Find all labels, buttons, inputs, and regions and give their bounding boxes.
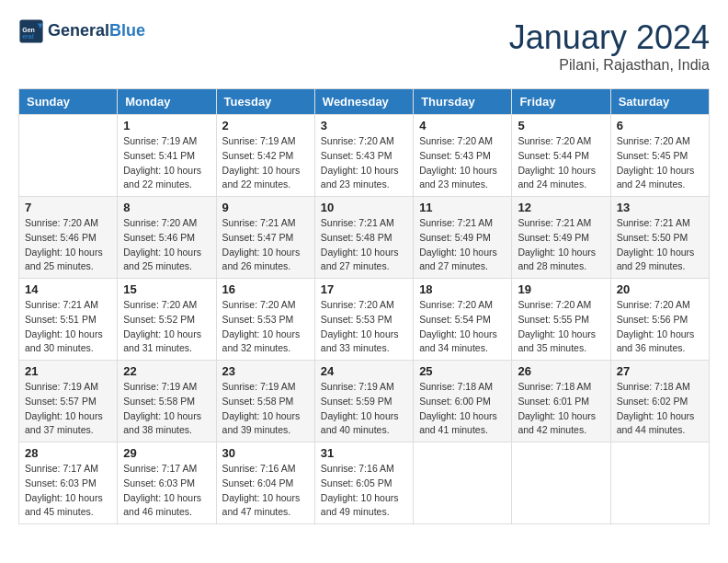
day-info: Sunrise: 7:18 AM Sunset: 6:00 PM Dayligh…: [419, 380, 506, 438]
day-info: Sunrise: 7:19 AM Sunset: 5:41 PM Dayligh…: [123, 134, 210, 192]
day-number: 29: [123, 446, 210, 460]
calendar-cell: 14Sunrise: 7:21 AM Sunset: 5:51 PM Dayli…: [19, 279, 118, 361]
svg-text:eral: eral: [22, 33, 34, 40]
week-row-4: 21Sunrise: 7:19 AM Sunset: 5:57 PM Dayli…: [19, 361, 710, 442]
calendar-cell: 7Sunrise: 7:20 AM Sunset: 5:46 PM Daylig…: [19, 197, 118, 279]
day-info: Sunrise: 7:20 AM Sunset: 5:44 PM Dayligh…: [518, 134, 604, 192]
day-number: 19: [518, 282, 604, 296]
day-info: Sunrise: 7:19 AM Sunset: 5:58 PM Dayligh…: [123, 380, 210, 438]
calendar-cell: 5Sunrise: 7:20 AM Sunset: 5:44 PM Daylig…: [512, 115, 610, 197]
calendar-cell: 12Sunrise: 7:21 AM Sunset: 5:49 PM Dayli…: [512, 197, 610, 279]
calendar-cell: 18Sunrise: 7:20 AM Sunset: 5:54 PM Dayli…: [414, 279, 512, 361]
day-info: Sunrise: 7:19 AM Sunset: 5:59 PM Dayligh…: [321, 380, 407, 438]
day-info: Sunrise: 7:21 AM Sunset: 5:50 PM Dayligh…: [617, 216, 703, 274]
logo-general: General: [48, 21, 109, 40]
calendar-cell: 31Sunrise: 7:16 AM Sunset: 6:05 PM Dayli…: [314, 442, 413, 524]
calendar-cell: 4Sunrise: 7:20 AM Sunset: 5:43 PM Daylig…: [414, 115, 512, 197]
day-info: Sunrise: 7:19 AM Sunset: 5:58 PM Dayligh…: [222, 380, 309, 438]
day-info: Sunrise: 7:20 AM Sunset: 5:43 PM Dayligh…: [321, 134, 407, 192]
calendar-cell: 6Sunrise: 7:20 AM Sunset: 5:45 PM Daylig…: [610, 115, 709, 197]
week-row-1: 1Sunrise: 7:19 AM Sunset: 5:41 PM Daylig…: [19, 115, 710, 197]
page-header: Gen eral GeneralBlue January 2024 Pilani…: [18, 18, 710, 74]
calendar-cell: 19Sunrise: 7:20 AM Sunset: 5:55 PM Dayli…: [512, 279, 610, 361]
header-day-monday: Monday: [118, 89, 216, 115]
title-block: January 2024 Pilani, Rajasthan, India: [509, 18, 710, 74]
month-title: January 2024: [509, 18, 710, 57]
day-number: 18: [419, 282, 506, 296]
week-row-3: 14Sunrise: 7:21 AM Sunset: 5:51 PM Dayli…: [19, 279, 710, 361]
day-info: Sunrise: 7:20 AM Sunset: 5:55 PM Dayligh…: [518, 298, 604, 356]
day-number: 22: [123, 364, 210, 378]
calendar-cell: 13Sunrise: 7:21 AM Sunset: 5:50 PM Dayli…: [610, 197, 709, 279]
week-row-5: 28Sunrise: 7:17 AM Sunset: 6:03 PM Dayli…: [19, 442, 710, 524]
calendar-cell: 27Sunrise: 7:18 AM Sunset: 6:02 PM Dayli…: [610, 361, 709, 442]
day-info: Sunrise: 7:18 AM Sunset: 6:02 PM Dayligh…: [617, 380, 703, 438]
day-number: 8: [123, 201, 210, 214]
calendar-cell: 26Sunrise: 7:18 AM Sunset: 6:01 PM Dayli…: [512, 361, 610, 442]
calendar-cell: 9Sunrise: 7:21 AM Sunset: 5:47 PM Daylig…: [216, 197, 314, 279]
day-number: 11: [419, 201, 506, 214]
day-number: 7: [25, 201, 111, 214]
day-info: Sunrise: 7:21 AM Sunset: 5:51 PM Dayligh…: [25, 298, 111, 356]
calendar-cell: 2Sunrise: 7:19 AM Sunset: 5:42 PM Daylig…: [216, 115, 314, 197]
day-number: 28: [25, 446, 111, 460]
calendar-cell: 3Sunrise: 7:20 AM Sunset: 5:43 PM Daylig…: [314, 115, 413, 197]
day-info: Sunrise: 7:20 AM Sunset: 5:56 PM Dayligh…: [617, 298, 703, 356]
day-info: Sunrise: 7:20 AM Sunset: 5:46 PM Dayligh…: [25, 216, 111, 274]
day-info: Sunrise: 7:21 AM Sunset: 5:48 PM Dayligh…: [321, 216, 407, 274]
day-number: 21: [25, 364, 111, 378]
day-number: 13: [617, 201, 703, 214]
calendar-cell: 16Sunrise: 7:20 AM Sunset: 5:53 PM Dayli…: [216, 279, 314, 361]
header-day-friday: Friday: [512, 89, 610, 115]
calendar-cell: 25Sunrise: 7:18 AM Sunset: 6:00 PM Dayli…: [414, 361, 512, 442]
day-info: Sunrise: 7:19 AM Sunset: 5:57 PM Dayligh…: [25, 380, 111, 438]
calendar-table: SundayMondayTuesdayWednesdayThursdayFrid…: [18, 88, 710, 524]
calendar-cell: 8Sunrise: 7:20 AM Sunset: 5:46 PM Daylig…: [118, 197, 216, 279]
day-number: 30: [222, 446, 309, 460]
calendar-cell: 23Sunrise: 7:19 AM Sunset: 5:58 PM Dayli…: [216, 361, 314, 442]
day-info: Sunrise: 7:18 AM Sunset: 6:01 PM Dayligh…: [518, 380, 604, 438]
calendar-cell: 17Sunrise: 7:20 AM Sunset: 5:53 PM Dayli…: [314, 279, 413, 361]
calendar-cell: 28Sunrise: 7:17 AM Sunset: 6:03 PM Dayli…: [19, 442, 118, 524]
day-number: 9: [222, 201, 309, 214]
day-number: 31: [321, 446, 407, 460]
calendar-cell: 20Sunrise: 7:20 AM Sunset: 5:56 PM Dayli…: [610, 279, 709, 361]
day-info: Sunrise: 7:16 AM Sunset: 6:05 PM Dayligh…: [321, 462, 407, 520]
calendar-cell: 1Sunrise: 7:19 AM Sunset: 5:41 PM Daylig…: [118, 115, 216, 197]
day-info: Sunrise: 7:21 AM Sunset: 5:49 PM Dayligh…: [419, 216, 506, 274]
day-number: 27: [617, 364, 703, 378]
calendar-cell: [610, 442, 709, 524]
day-info: Sunrise: 7:20 AM Sunset: 5:53 PM Dayligh…: [321, 298, 407, 356]
week-row-2: 7Sunrise: 7:20 AM Sunset: 5:46 PM Daylig…: [19, 197, 710, 279]
logo: Gen eral GeneralBlue: [18, 18, 145, 44]
header-day-tuesday: Tuesday: [216, 89, 314, 115]
calendar-cell: 30Sunrise: 7:16 AM Sunset: 6:04 PM Dayli…: [216, 442, 314, 524]
calendar-cell: [414, 442, 512, 524]
calendar-cell: 24Sunrise: 7:19 AM Sunset: 5:59 PM Dayli…: [314, 361, 413, 442]
logo-icon: Gen eral: [18, 18, 44, 44]
day-number: 6: [617, 119, 703, 132]
calendar-cell: [512, 442, 610, 524]
header-day-sunday: Sunday: [19, 89, 118, 115]
day-info: Sunrise: 7:21 AM Sunset: 5:49 PM Dayligh…: [518, 216, 604, 274]
day-info: Sunrise: 7:21 AM Sunset: 5:47 PM Dayligh…: [222, 216, 309, 274]
header-day-wednesday: Wednesday: [314, 89, 413, 115]
calendar-cell: 11Sunrise: 7:21 AM Sunset: 5:49 PM Dayli…: [414, 197, 512, 279]
day-info: Sunrise: 7:20 AM Sunset: 5:45 PM Dayligh…: [617, 134, 703, 192]
calendar-cell: 22Sunrise: 7:19 AM Sunset: 5:58 PM Dayli…: [118, 361, 216, 442]
logo-blue: Blue: [109, 21, 145, 40]
day-info: Sunrise: 7:19 AM Sunset: 5:42 PM Dayligh…: [222, 134, 309, 192]
calendar-cell: 15Sunrise: 7:20 AM Sunset: 5:52 PM Dayli…: [118, 279, 216, 361]
day-number: 3: [321, 119, 407, 132]
day-number: 10: [321, 201, 407, 214]
day-number: 14: [25, 282, 111, 296]
day-number: 15: [123, 282, 210, 296]
calendar-cell: [19, 115, 118, 197]
header-day-thursday: Thursday: [414, 89, 512, 115]
day-info: Sunrise: 7:20 AM Sunset: 5:46 PM Dayligh…: [123, 216, 210, 274]
day-number: 4: [419, 119, 506, 132]
header-day-saturday: Saturday: [610, 89, 709, 115]
day-number: 23: [222, 364, 309, 378]
day-info: Sunrise: 7:16 AM Sunset: 6:04 PM Dayligh…: [222, 462, 309, 520]
day-info: Sunrise: 7:17 AM Sunset: 6:03 PM Dayligh…: [25, 462, 111, 520]
